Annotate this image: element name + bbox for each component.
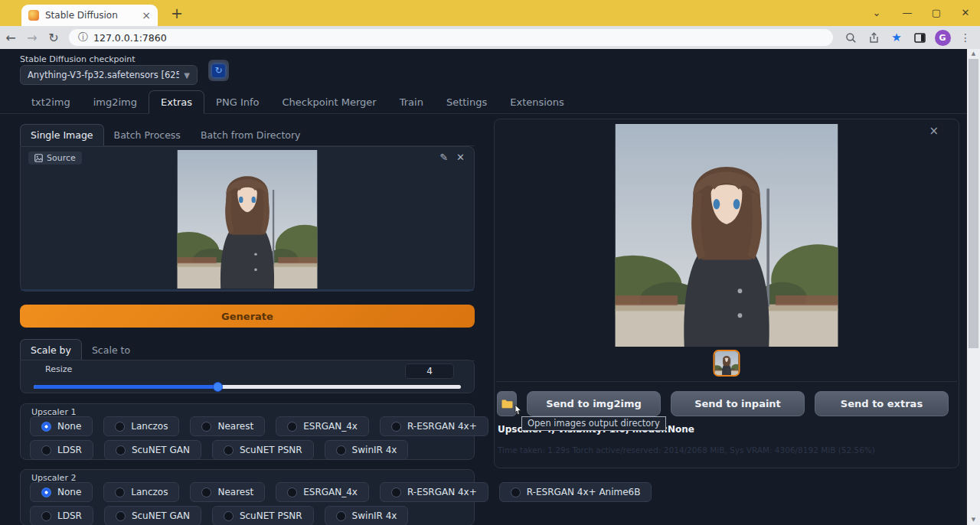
upscaler2-option-none[interactable]: None [30, 482, 93, 502]
send-to-img2img-button[interactable]: Send to img2img [527, 391, 661, 416]
upscaler1-option-swinir4x[interactable]: SwinIR 4x [325, 440, 409, 460]
result-image[interactable] [616, 124, 838, 347]
tab-title: Stable Diffusion [45, 10, 142, 21]
tab-settings[interactable]: Settings [435, 91, 498, 113]
maximize-icon[interactable]: ▢ [925, 5, 948, 21]
radio-icon [115, 488, 125, 497]
radio-icon [336, 445, 346, 455]
share-icon[interactable] [864, 29, 884, 46]
browser-tab-strip: Stable Diffusion × + ⌄ — ▢ ✕ [0, 0, 980, 26]
tab-extensions[interactable]: Extensions [498, 91, 576, 113]
scroll-down-icon[interactable]: ▼ [967, 515, 980, 525]
upscaler1-option-nearest[interactable]: Nearest [190, 416, 265, 436]
upscaler1-option-esrgan4x[interactable]: ESRGAN_4x [276, 416, 369, 436]
radio-icon [41, 422, 51, 432]
menu-kebab-icon[interactable]: ⋮ [956, 29, 975, 46]
upscaler2-option-esrgan4x[interactable]: ESRGAN_4x [276, 482, 369, 502]
tab-batch-process[interactable]: Batch Process [104, 125, 191, 145]
reload-icon[interactable]: ↻ [43, 31, 64, 45]
edit-pencil-icon[interactable]: ✎ [439, 152, 448, 163]
tab-scale-to[interactable]: Scale to [82, 340, 140, 360]
tab-scale-by[interactable]: Scale by [20, 339, 82, 361]
upscaler2-option-scunet-psnr[interactable]: ScuNET PSNR [212, 506, 314, 525]
upscaler2-option-nearest[interactable]: Nearest [190, 482, 265, 502]
radio-icon [224, 445, 234, 455]
generate-button[interactable]: Generate [20, 305, 475, 328]
radio-icon [224, 511, 234, 521]
checkpoint-value: Anything-V3-fp32.safetensors [625a2ba2] [28, 70, 179, 80]
source-image-dropzone[interactable]: Source ✎ ✕ [20, 146, 475, 292]
result-panel: × Send to img2img Send to inpaint Send t… [494, 119, 959, 468]
profile-avatar[interactable]: G [933, 29, 952, 46]
minimize-icon[interactable]: — [896, 5, 919, 21]
upscaler1-option-resrgan4x[interactable]: R-ESRGAN 4x+ [380, 416, 488, 436]
forward-icon[interactable]: → [21, 31, 43, 45]
bookmark-star-icon[interactable]: ★ [887, 29, 906, 46]
tab-batch-from-directory[interactable]: Batch from Directory [191, 125, 311, 145]
radio-icon [287, 422, 297, 432]
send-to-inpaint-button[interactable]: Send to inpaint [671, 391, 805, 416]
source-image[interactable] [178, 150, 318, 289]
resize-slider[interactable] [34, 382, 461, 392]
gallery-thumbnail[interactable] [714, 350, 740, 377]
divider [496, 381, 957, 382]
tab-close-icon[interactable]: × [142, 10, 151, 21]
page-scrollbar[interactable]: ▲ ▼ [967, 49, 980, 525]
scroll-up-icon[interactable]: ▲ [967, 49, 980, 59]
upscaler2-option-resrgan4x[interactable]: R-ESRGAN 4x+ [380, 482, 488, 502]
new-tab-button[interactable]: + [167, 4, 187, 24]
refresh-checkpoints-button[interactable]: ↻ [208, 60, 229, 81]
resize-handle[interactable] [21, 289, 474, 291]
upscaler1-option-ldsr[interactable]: LDSR [30, 440, 93, 460]
slider-fill [34, 385, 217, 389]
cursor-pointer-icon [511, 404, 523, 421]
scrollbar-thumb[interactable] [969, 59, 978, 348]
scale-tabbar: Scale by Scale to [20, 340, 475, 361]
url-text: 127.0.0.1:7860 [93, 32, 167, 44]
close-result-icon[interactable]: × [929, 124, 939, 138]
tab-png-info[interactable]: PNG Info [204, 91, 270, 113]
upscaler1-option-scunet-psnr[interactable]: ScuNET PSNR [212, 440, 314, 460]
send-to-extras-button[interactable]: Send to extras [815, 391, 949, 416]
zoom-icon[interactable] [841, 29, 861, 46]
radio-icon [116, 445, 126, 455]
refresh-icon: ↻ [212, 64, 225, 77]
upscaler1-option-lanczos[interactable]: Lanczos [103, 416, 179, 436]
favicon-icon [28, 10, 39, 21]
browser-tab[interactable]: Stable Diffusion × [21, 5, 158, 26]
site-info-icon[interactable]: ⓘ [78, 31, 88, 44]
back-icon[interactable]: ← [0, 31, 21, 45]
tab-txt2img[interactable]: txt2img [20, 91, 82, 113]
radio-icon [41, 445, 51, 455]
tab-single-image[interactable]: Single Image [20, 124, 104, 146]
tab-checkpoint-merger[interactable]: Checkpoint Merger [270, 91, 387, 113]
extras-left-column: Single Image Batch Process Batch from Di… [20, 125, 475, 525]
upscaler1-option-none[interactable]: None [30, 416, 93, 436]
resize-number-input[interactable]: 4 [405, 364, 454, 379]
stable-diffusion-webui: Stable Diffusion checkpoint Anything-V3-… [0, 49, 967, 525]
radio-icon [336, 511, 346, 521]
upscaler2-option-lanczos[interactable]: Lanczos [103, 482, 179, 502]
radio-icon [511, 488, 521, 497]
source-label: Source [47, 153, 76, 163]
upscaler2-option-scunet-gan[interactable]: ScuNET GAN [104, 506, 201, 525]
radio-icon [41, 488, 51, 497]
upscaler2-option-resrgan-anime6b[interactable]: R-ESRGAN 4x+ Anime6B [499, 482, 652, 502]
upscaler2-option-swinir4x[interactable]: SwinIR 4x [325, 506, 409, 525]
slider-handle[interactable] [213, 382, 223, 392]
radio-icon [115, 422, 125, 432]
upscaler2-option-ldsr[interactable]: LDSR [30, 506, 93, 525]
tab-train[interactable]: Train [388, 91, 435, 113]
upscaler1-option-scunet-gan[interactable]: ScuNET GAN [104, 440, 201, 460]
tab-img2img[interactable]: img2img [82, 91, 149, 113]
radio-icon [391, 422, 401, 432]
main-tabbar: txt2img img2img Extras PNG Info Checkpoi… [0, 90, 967, 114]
address-bar[interactable]: ⓘ 127.0.0.1:7860 [69, 29, 833, 46]
close-window-icon[interactable]: ✕ [954, 5, 977, 21]
tab-search-icon[interactable]: ⌄ [865, 5, 888, 21]
side-panel-icon[interactable] [910, 29, 929, 46]
clear-image-icon[interactable]: ✕ [456, 152, 465, 163]
image-icon [34, 154, 43, 162]
tab-extras[interactable]: Extras [149, 90, 204, 114]
checkpoint-dropdown[interactable]: Anything-V3-fp32.safetensors [625a2ba2] … [20, 65, 198, 85]
